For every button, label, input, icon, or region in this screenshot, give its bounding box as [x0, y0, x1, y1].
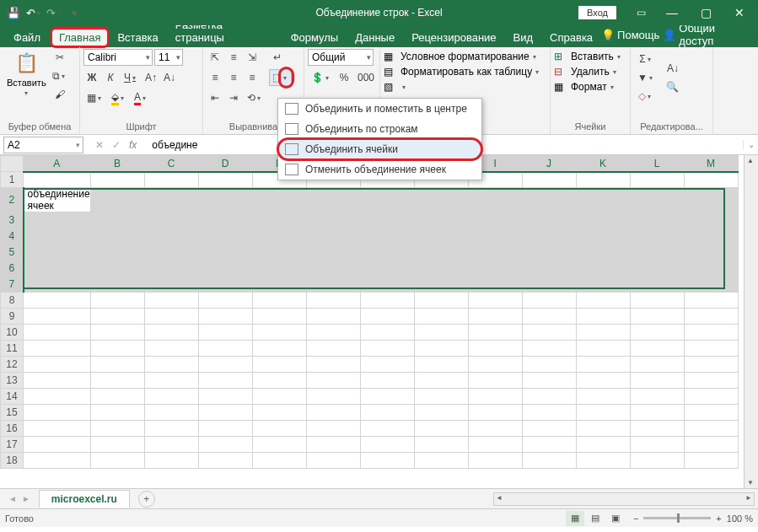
- cell[interactable]: [684, 389, 738, 405]
- insert-cells-button[interactable]: ⊞Вставить▾: [554, 51, 622, 62]
- cell[interactable]: [468, 357, 522, 373]
- column-header[interactable]: C: [144, 156, 198, 172]
- tab-insert[interactable]: Вставка: [109, 28, 166, 47]
- cell[interactable]: [576, 389, 630, 405]
- cell[interactable]: [306, 245, 360, 261]
- cell[interactable]: [144, 293, 198, 309]
- cell[interactable]: [522, 341, 576, 357]
- cell[interactable]: [630, 421, 684, 437]
- cell[interactable]: [468, 309, 522, 325]
- cell[interactable]: [252, 309, 306, 325]
- cell[interactable]: [360, 453, 414, 469]
- zoom-in-button[interactable]: +: [716, 513, 721, 524]
- sheet-nav-first-icon[interactable]: ◄: [8, 494, 17, 503]
- cell[interactable]: [522, 261, 576, 277]
- cell[interactable]: [630, 389, 684, 405]
- cell[interactable]: [468, 325, 522, 341]
- cell[interactable]: [306, 261, 360, 277]
- cell[interactable]: [576, 228, 630, 245]
- cell[interactable]: [252, 212, 306, 228]
- cell[interactable]: [684, 437, 738, 453]
- comma-button[interactable]: 000: [354, 69, 378, 86]
- cell[interactable]: [306, 293, 360, 309]
- wrap-text-icon[interactable]: ↵: [269, 49, 286, 66]
- cell[interactable]: [306, 389, 360, 405]
- row-header[interactable]: 13: [1, 373, 24, 389]
- cell[interactable]: [468, 341, 522, 357]
- font-size-combo[interactable]: 11: [154, 49, 183, 66]
- cell[interactable]: [684, 293, 738, 309]
- cell[interactable]: [198, 437, 252, 453]
- cell[interactable]: [144, 437, 198, 453]
- merge-center-item[interactable]: Объединить и поместить в центре: [278, 99, 481, 119]
- cell[interactable]: [144, 309, 198, 325]
- cell[interactable]: [24, 373, 91, 389]
- cell[interactable]: [198, 293, 252, 309]
- cell[interactable]: [522, 277, 576, 293]
- cell[interactable]: [684, 277, 738, 293]
- cell[interactable]: [360, 421, 414, 437]
- row-header[interactable]: 8: [1, 293, 24, 309]
- cell[interactable]: [198, 172, 252, 188]
- cell[interactable]: [24, 405, 91, 421]
- cell[interactable]: [630, 405, 684, 421]
- cell[interactable]: [414, 277, 468, 293]
- column-header[interactable]: D: [198, 156, 252, 172]
- cell[interactable]: [306, 188, 360, 212]
- copy-icon[interactable]: ⧉▾: [51, 67, 68, 84]
- cell[interactable]: [360, 293, 414, 309]
- cell[interactable]: [468, 293, 522, 309]
- tab-view[interactable]: Вид: [505, 28, 542, 47]
- share-button[interactable]: 👤 Общий доступ: [663, 22, 751, 47]
- fx-icon[interactable]: fx: [129, 139, 137, 151]
- cell[interactable]: [24, 341, 91, 357]
- row-header[interactable]: 9: [1, 309, 24, 325]
- sort-filter-icon[interactable]: A↓: [664, 60, 681, 77]
- cell[interactable]: [306, 357, 360, 373]
- cell[interactable]: объединение ячеек: [24, 188, 91, 212]
- cell[interactable]: [630, 373, 684, 389]
- column-header[interactable]: M: [684, 156, 738, 172]
- cell[interactable]: [576, 405, 630, 421]
- cell[interactable]: [360, 277, 414, 293]
- cell[interactable]: [90, 245, 144, 261]
- cell[interactable]: [360, 212, 414, 228]
- cell[interactable]: [252, 373, 306, 389]
- cell[interactable]: [630, 212, 684, 228]
- cell[interactable]: [252, 405, 306, 421]
- cell[interactable]: [468, 188, 522, 212]
- column-header[interactable]: A: [24, 156, 91, 172]
- cell[interactable]: [684, 309, 738, 325]
- cell[interactable]: [90, 373, 144, 389]
- cell[interactable]: [144, 245, 198, 261]
- cell[interactable]: [90, 293, 144, 309]
- cell[interactable]: [198, 373, 252, 389]
- cell[interactable]: [198, 228, 252, 245]
- cell[interactable]: [144, 357, 198, 373]
- cell[interactable]: [198, 357, 252, 373]
- cell[interactable]: [306, 309, 360, 325]
- fill-color-button[interactable]: ⬙▾: [108, 89, 129, 106]
- column-header[interactable]: B: [90, 156, 144, 172]
- fill-button[interactable]: ▼▾: [634, 69, 658, 86]
- cell[interactable]: [360, 341, 414, 357]
- sheet-nav-last-icon[interactable]: ►: [22, 494, 30, 503]
- cell[interactable]: [630, 261, 684, 277]
- cell[interactable]: [252, 453, 306, 469]
- cell[interactable]: [252, 293, 306, 309]
- decrease-indent-icon[interactable]: ⇤: [207, 89, 223, 106]
- cell[interactable]: [252, 245, 306, 261]
- cell[interactable]: [630, 341, 684, 357]
- cell[interactable]: [414, 389, 468, 405]
- cell[interactable]: [24, 212, 91, 228]
- tab-help[interactable]: Справка: [541, 28, 601, 47]
- delete-cells-button[interactable]: ⊟Удалить▾: [554, 66, 622, 78]
- cell[interactable]: [684, 341, 738, 357]
- cell[interactable]: [360, 405, 414, 421]
- cell[interactable]: [522, 421, 576, 437]
- column-header[interactable]: K: [576, 156, 630, 172]
- login-button[interactable]: Вход: [578, 6, 616, 19]
- cell[interactable]: [414, 421, 468, 437]
- cell[interactable]: [90, 228, 144, 245]
- cell[interactable]: [144, 421, 198, 437]
